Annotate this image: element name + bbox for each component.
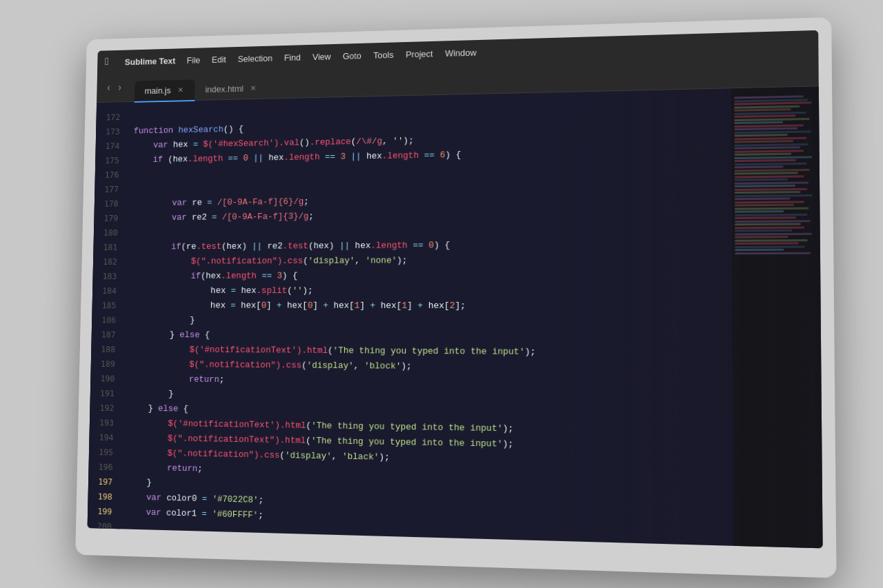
code-line-186: } xyxy=(130,312,733,330)
ln-196: 196 xyxy=(98,459,112,474)
ln-179: 179 xyxy=(103,211,118,225)
ln-177: 177 xyxy=(104,182,119,196)
ln-192: 192 xyxy=(99,401,114,416)
ln-190: 190 xyxy=(100,371,115,385)
code-line-184: hex = hex.split(''); xyxy=(130,283,733,298)
menubar-file[interactable]: File xyxy=(187,54,201,65)
ln-193: 193 xyxy=(99,415,114,430)
code-area[interactable]: function hexSearch() { var hex = $('#hex… xyxy=(121,88,733,545)
menubar-tools[interactable]: Tools xyxy=(373,49,394,59)
laptop-frame:  Sublime Text File Edit Selection Find … xyxy=(75,17,836,578)
ln-199: 199 xyxy=(97,504,112,519)
tab-close-main-js[interactable]: ✕ xyxy=(176,85,185,94)
tab-main-js[interactable]: main.js ✕ xyxy=(135,79,195,101)
ln-186: 186 xyxy=(101,312,116,327)
ln-188: 188 xyxy=(101,342,115,356)
ln-180: 180 xyxy=(103,225,118,240)
tab-label-index-html: index.html xyxy=(205,83,244,94)
ln-181: 181 xyxy=(103,240,117,254)
ln-195: 195 xyxy=(99,445,113,460)
forward-arrow-icon[interactable]: › xyxy=(117,81,123,93)
editor-content: 172 173 174 175 176 177 178 179 180 181 … xyxy=(88,86,823,548)
ln-174: 174 xyxy=(105,139,119,153)
ln-172: 172 xyxy=(106,110,120,124)
tab-index-html[interactable]: index.html ✕ xyxy=(195,77,268,99)
menubar-app-name[interactable]: Sublime Text xyxy=(125,55,176,66)
ln-178: 178 xyxy=(104,196,119,211)
ln-173: 173 xyxy=(106,124,120,139)
ln-182: 182 xyxy=(103,254,117,269)
ln-189: 189 xyxy=(101,356,115,371)
ln-200: 200 xyxy=(97,518,112,534)
nav-arrows: ‹ › xyxy=(106,81,123,94)
menubar-window[interactable]: Window xyxy=(445,47,477,58)
menubar-selection[interactable]: Selection xyxy=(238,52,272,63)
back-arrow-icon[interactable]: ‹ xyxy=(106,82,112,94)
tab-close-index-html[interactable]: ✕ xyxy=(248,83,257,93)
menubar-edit[interactable]: Edit xyxy=(212,54,226,64)
ln-187: 187 xyxy=(101,327,116,342)
ln-197: 197 xyxy=(98,474,112,489)
apple-logo-icon:  xyxy=(105,56,111,68)
editor: 172 173 174 175 176 177 178 179 180 181 … xyxy=(88,86,823,548)
ln-176: 176 xyxy=(105,168,119,182)
menubar-find[interactable]: Find xyxy=(284,52,301,62)
laptop-screen:  Sublime Text File Edit Selection Find … xyxy=(88,30,823,548)
code-line-183: if(hex.length == 3) { xyxy=(130,267,732,283)
tab-label-main-js: main.js xyxy=(145,85,171,95)
menubar-goto[interactable]: Goto xyxy=(343,50,361,61)
ln-183: 183 xyxy=(102,269,117,283)
ln-184: 184 xyxy=(102,283,117,298)
ln-198: 198 xyxy=(98,489,112,504)
ln-185: 185 xyxy=(102,298,117,312)
ln-194: 194 xyxy=(99,430,113,445)
ln-175: 175 xyxy=(105,153,119,168)
code-line-182: $(".notification").css('display', 'none'… xyxy=(131,252,732,269)
ln-191: 191 xyxy=(100,386,115,401)
menubar-view[interactable]: View xyxy=(312,51,331,61)
ln-201: 201 xyxy=(97,534,111,548)
menubar-project[interactable]: Project xyxy=(406,48,433,59)
minimap xyxy=(731,86,823,548)
code-line-185: hex = hex[0] + hex[0] + hex[1] + hex[1] … xyxy=(130,298,733,314)
